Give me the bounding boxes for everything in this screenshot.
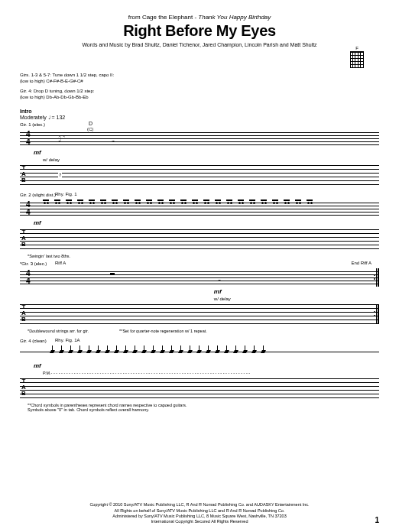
credits-line: Words and Music by Brad Shultz, Daniel T… bbox=[20, 42, 379, 47]
tab-label-1: TAB bbox=[21, 165, 26, 183]
sheet-header: from Cage the Elephant - Thank You Happy… bbox=[20, 14, 379, 47]
system-4: Gtr. 4 (clean) Rhy. Fig. 1A mf P.M.- - -… bbox=[20, 339, 379, 412]
end-riff-a: End Riff A bbox=[351, 261, 371, 265]
tab-1: TAB 7 bbox=[20, 164, 379, 187]
tempo-marking: Moderately ♩ = 132 bbox=[20, 115, 379, 121]
chord-paren-note: **Chord symbols in parentheses represent… bbox=[28, 403, 379, 412]
tab-2: TAB bbox=[20, 228, 379, 251]
chord-diagram-F: F bbox=[350, 46, 364, 68]
rhythm-staff: Rhy. Fig. 1A bbox=[20, 344, 379, 361]
staff-3: Riff A End Riff A 44 𝅝 bbox=[20, 267, 379, 288]
rhy-fig1-label: Rhy. Fig. 1 bbox=[55, 192, 77, 196]
staff-1: 44 𝅗𝅥⁀ 𝅝 bbox=[20, 128, 379, 149]
tuning-line-2: (low to high) C#-F#-B-E-G#-C# bbox=[20, 78, 379, 84]
swing-annotation: *Swingin' last two 8ths. bbox=[28, 254, 379, 258]
note-tie: 𝅗𝅥⁀ bbox=[58, 135, 66, 144]
from-prefix: from Cage the Elephant - bbox=[128, 14, 196, 21]
tab-fret: 7 bbox=[58, 173, 62, 177]
system-3: *Gtr. 3 (elec.) Riff A End Riff A 44 𝅝 m… bbox=[20, 261, 379, 336]
delay-note-2: w/ delay bbox=[214, 297, 379, 301]
gtr3-label: *Gtr. 3 (elec.) bbox=[20, 261, 379, 266]
tuning-line-3: Gtr. 4: Drop D tuning, down 1/2 step: bbox=[20, 88, 379, 94]
slash-notation bbox=[50, 345, 371, 353]
intro-label: Intro bbox=[20, 109, 379, 114]
repeat-end bbox=[376, 268, 379, 287]
footer-line-2: All Rights on behalf of Sony/ATV Music P… bbox=[20, 508, 379, 514]
tuning-block: Gtrs. 1-3 & 5-7: Tune down 1 1/2 step, c… bbox=[20, 72, 379, 101]
staff-2: Rhy. Fig. 1 44 bbox=[20, 198, 379, 219]
copyright-footer: Copyright © 2010 Sony/ATV Music Publishi… bbox=[20, 502, 379, 524]
dynamic-mf-2: mf bbox=[34, 219, 379, 226]
pm-note: P.M.- - - - - - - - - - - - - - - - - - … bbox=[43, 371, 379, 375]
whole-rest bbox=[110, 273, 115, 275]
system-2: Gtr. 2 (slight dist.) Rhy. Fig. 1 44 bbox=[20, 193, 379, 258]
chord-D: D bbox=[89, 121, 92, 126]
gtr1-label: Gtr. 1 (elec.) bbox=[20, 122, 379, 127]
riff-a-label: Riff A bbox=[55, 261, 66, 265]
dense-eighths bbox=[43, 198, 376, 219]
tuning-line-4: (low to high) Db-Ab-Db-Gb-Bb-Eb bbox=[20, 94, 379, 100]
dynamic-mf-1: mf bbox=[34, 149, 379, 156]
fret-grid bbox=[350, 51, 364, 68]
footer-line-4: International Copyright Secured All Righ… bbox=[20, 519, 379, 524]
tab-4: TAB bbox=[20, 377, 379, 400]
dynamic-mf-3: mf bbox=[214, 288, 379, 295]
regen-note: **Set for quarter-note regeneration w/ 1… bbox=[119, 329, 207, 333]
two-gtrs-note: *Doublewound strings arr. for gtr. bbox=[28, 329, 89, 333]
chord-name: F bbox=[350, 46, 364, 50]
song-title: Right Before My Eyes bbox=[20, 22, 379, 40]
delay-note-1: w/ delay bbox=[43, 157, 379, 162]
album-name: Thank You Happy Birthday bbox=[198, 14, 271, 21]
footer-line-1: Copyright © 2010 Sony/ATV Music Publishi… bbox=[20, 502, 379, 508]
page-number: 1 bbox=[375, 516, 379, 524]
source-line: from Cage the Elephant - Thank You Happy… bbox=[20, 14, 379, 21]
dynamic-mf-4: mf bbox=[34, 362, 379, 369]
tuning-line-1: Gtrs. 1-3 & 5-7: Tune down 1 1/2 step, c… bbox=[20, 72, 379, 78]
system-1: Intro Moderately ♩ = 132 D (C) Gtr. 1 (e… bbox=[20, 109, 379, 187]
rhy-fig1a-label: Rhy. Fig. 1A bbox=[55, 338, 80, 342]
time-signature: 44 bbox=[26, 131, 31, 146]
footer-line-3: Administered by Sony/ATV Music Publishin… bbox=[20, 514, 379, 519]
tab-3: TAB bbox=[20, 303, 379, 326]
